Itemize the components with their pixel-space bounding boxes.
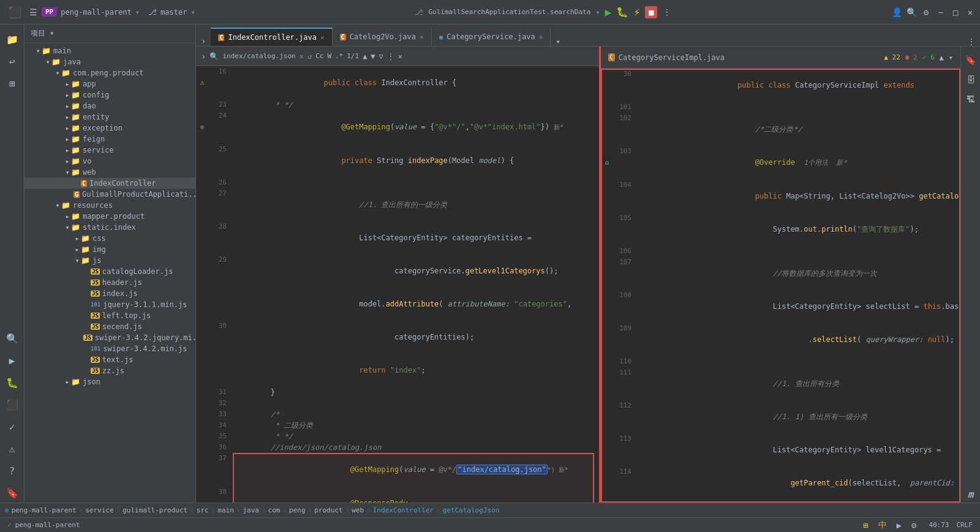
search-refresh-icon[interactable]: ↺: [307, 52, 312, 61]
expand-icon[interactable]: ▾: [949, 53, 953, 62]
breadcrumb-item-2[interactable]: gulimall-product: [123, 506, 187, 514]
sidebar-icon-commit[interactable]: ↩: [2, 51, 22, 71]
file-tree-content[interactable]: 📁 main 📁 java 📁 com.peng.product 📁 app: [24, 43, 195, 503]
tree-item-json[interactable]: 📁 json: [24, 376, 195, 387]
project-name[interactable]: peng-mall-parent: [61, 8, 132, 17]
right-code-scroll[interactable]: 30 public class CategoryServiceImpl exte…: [601, 69, 960, 503]
tree-item-static-index[interactable]: 📁 static.index: [24, 222, 195, 233]
tree-item-vo[interactable]: 📁 vo: [24, 156, 195, 167]
search-next-icon[interactable]: ▼: [371, 52, 375, 61]
search-options-icon[interactable]: ⋮: [387, 52, 394, 61]
project-label[interactable]: PP: [42, 7, 57, 17]
sidebar-icon-problems[interactable]: ⚠: [2, 439, 22, 458]
tree-item-mapper-product[interactable]: 📁 mapper.product: [24, 211, 195, 222]
power-button[interactable]: ⚡: [633, 6, 640, 18]
tree-item-feign[interactable]: 📁 feign: [24, 134, 195, 145]
tab-IndexController[interactable]: C IndexController.java ✕: [211, 28, 332, 46]
right-tool-gradle[interactable]: 🏗: [962, 91, 979, 108]
tree-item-secend-js[interactable]: JS secend.js: [24, 321, 195, 332]
stop-button[interactable]: ■: [645, 6, 657, 18]
tree-item-dao[interactable]: 📁 dao: [24, 101, 195, 112]
sidebar-icon-search[interactable]: 🔍: [2, 329, 22, 348]
run-file-name[interactable]: GulimallSearchApplicationTest.searchData: [428, 8, 590, 16]
menu-icon[interactable]: ☰: [28, 7, 38, 17]
project-dropdown[interactable]: 项目 ▾: [31, 28, 54, 39]
status-run-icon[interactable]: ▶: [897, 520, 902, 530]
close-button[interactable]: ✕: [965, 7, 975, 17]
maximize-button[interactable]: □: [951, 7, 960, 17]
breadcrumb-item-6[interactable]: com: [268, 506, 281, 514]
tree-item-jquery[interactable]: 101 jquery-3.1.1.min.js: [24, 299, 195, 310]
tree-item-swiper-jquery[interactable]: JS swiper-3.4.2.jquery.mi...: [24, 332, 195, 343]
tree-item-img[interactable]: 📁 img: [24, 244, 195, 255]
breadcrumb-item-9[interactable]: web: [352, 506, 364, 514]
breadcrumb-item-4[interactable]: main: [217, 506, 234, 514]
tabs-settings[interactable]: ⋮: [963, 37, 980, 46]
sidebar-icon-run[interactable]: ▶: [2, 351, 22, 370]
breadcrumb-item-5[interactable]: java: [243, 506, 259, 514]
breadcrumb-item-8[interactable]: product: [314, 506, 342, 514]
left-code-scroll[interactable]: ⚠ 16 public class IndexController { 23: [196, 66, 599, 503]
tree-item-IndexController[interactable]: C IndexController: [24, 178, 195, 189]
search-icon[interactable]: 🔍: [907, 7, 916, 17]
breadcrumb-item-1[interactable]: service: [85, 506, 113, 514]
tree-item-resources[interactable]: 📁 resources: [24, 200, 195, 211]
tab-more-button[interactable]: ▾: [551, 37, 565, 46]
tree-item-js[interactable]: 📁 js: [24, 255, 195, 266]
tree-item-text-js[interactable]: JS text.js: [24, 354, 195, 365]
more-options[interactable]: ⋮: [662, 7, 672, 17]
tree-item-service[interactable]: 📁 service: [24, 145, 195, 156]
tree-item-index-js[interactable]: JS index.js: [24, 288, 195, 299]
tree-item-web[interactable]: 📁 web: [24, 167, 195, 178]
search-regex-btn[interactable]: .*: [335, 52, 343, 60]
breadcrumb-item-7[interactable]: peng: [289, 506, 306, 514]
tree-item-app[interactable]: 📁 app: [24, 78, 195, 89]
sidebar-icon-bookmark[interactable]: 🔖: [2, 483, 22, 503]
search-expand-icon[interactable]: ›: [201, 51, 206, 61]
sidebar-icon-debug[interactable]: 🐛: [2, 373, 22, 392]
tab-CategoryService[interactable]: ◉ CategoryService.java ✕: [432, 28, 551, 46]
sidebar-icon-structure[interactable]: ⊞: [2, 74, 22, 93]
tree-item-css[interactable]: 📁 css: [24, 233, 195, 244]
run-button[interactable]: ▶: [605, 6, 612, 18]
search-filter-icon[interactable]: ▽: [379, 52, 383, 61]
tab-Catelog2Vo[interactable]: C Catelog2Vo.java ✕: [333, 28, 432, 46]
breadcrumb-icon[interactable]: ⊙: [5, 506, 9, 514]
tree-item-config[interactable]: 📁 config: [24, 89, 195, 101]
tree-item-entity[interactable]: 📁 entity: [24, 112, 195, 123]
user-icon[interactable]: 👤: [892, 7, 902, 17]
sidebar-icon-project[interactable]: 📁: [2, 29, 22, 49]
breadcrumb-item-10[interactable]: IndexController: [373, 506, 434, 514]
breadcrumb-item-3[interactable]: src: [197, 506, 209, 514]
status-position[interactable]: 40:73: [929, 521, 949, 529]
breadcrumb-item-11[interactable]: getCatalogJson: [443, 506, 500, 514]
breadcrumb-item-0[interactable]: peng-mall-parent: [12, 506, 77, 514]
branch-name[interactable]: master: [160, 8, 187, 17]
sidebar-icon-terminal[interactable]: ⬛: [2, 395, 22, 414]
app-icon[interactable]: ⬛: [5, 2, 24, 22]
sidebar-icon-help[interactable]: ?: [2, 461, 22, 481]
settings-icon[interactable]: ⚙: [921, 7, 931, 17]
tab-expand-icon[interactable]: ›: [196, 36, 211, 46]
tab-close-CategoryService[interactable]: ✕: [539, 33, 543, 41]
right-tool-db[interactable]: 🗄: [962, 71, 979, 88]
tab-close-Catelog2Vo[interactable]: ✕: [420, 33, 424, 41]
debug-button[interactable]: 🐛: [616, 6, 628, 18]
tree-item-com-peng-product[interactable]: 📁 com.peng.product: [24, 67, 195, 78]
tab-close-IndexController[interactable]: ✕: [320, 34, 325, 42]
search-match-case[interactable]: Cc: [315, 52, 323, 60]
search-clear-icon[interactable]: ✕: [300, 52, 304, 61]
right-tool-bookmark[interactable]: 🔖: [962, 51, 979, 69]
status-project-name[interactable]: peng-mall-parent: [15, 521, 80, 529]
search-close-icon[interactable]: ✕: [398, 52, 402, 61]
sidebar-icon-todo[interactable]: ✓: [2, 417, 22, 436]
tree-item-GulimallProductApplication[interactable]: G GulimallProductApplicati...: [24, 189, 195, 200]
search-prev-icon[interactable]: ▲: [363, 52, 367, 61]
tree-item-java[interactable]: 📁 java: [24, 56, 195, 67]
tree-item-exception[interactable]: 📁 exception: [24, 123, 195, 134]
minimize-button[interactable]: −: [936, 7, 946, 17]
tree-item-header-js[interactable]: JS header.js: [24, 277, 195, 288]
tree-item-main[interactable]: 📁 main: [24, 45, 195, 56]
collapse-icon[interactable]: ▲: [940, 53, 944, 62]
tree-item-swiper-min[interactable]: 101 swiper-3.4.2.min.js: [24, 343, 195, 354]
